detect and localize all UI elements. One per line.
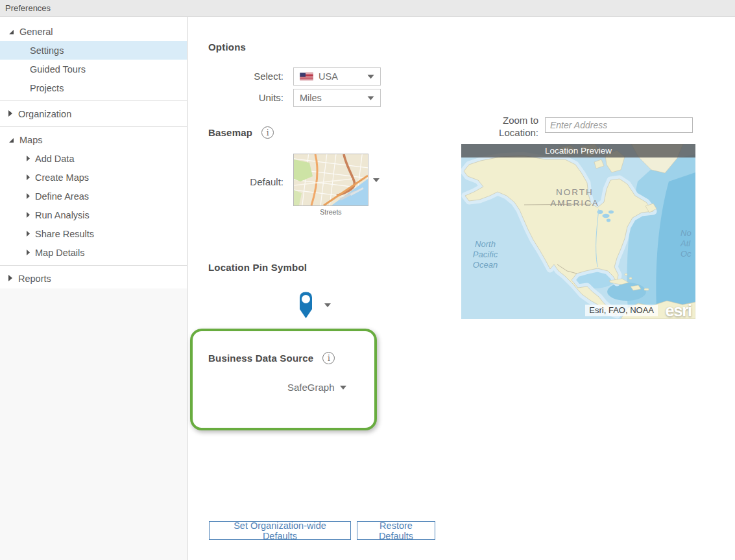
info-icon[interactable]: i <box>322 352 335 364</box>
sidebar-item-guided-tours[interactable]: Guided Tours <box>0 60 187 78</box>
usa-flag-icon <box>300 73 313 80</box>
restore-defaults-button[interactable]: Restore Defaults <box>357 521 435 540</box>
country-select-dropdown[interactable]: USA <box>293 67 381 86</box>
basemap-thumbnail[interactable] <box>293 154 368 206</box>
sidebar-section-label: General <box>19 27 53 37</box>
business-data-source-heading: Business Data Source <box>208 353 313 364</box>
caret-collapsed-icon[interactable] <box>26 174 30 181</box>
map-label-ocean-left-line1: North <box>464 239 507 250</box>
select-label: Select: <box>214 71 283 82</box>
sidebar-section-general[interactable]: General <box>0 22 187 41</box>
esri-logo: esri <box>666 301 692 319</box>
sidebar-divider <box>0 126 187 127</box>
basemap-chevron-down-icon[interactable] <box>372 178 380 183</box>
caret-collapsed-icon[interactable] <box>26 193 30 200</box>
business-data-source-value: SafeGraph <box>287 382 335 393</box>
location-preview-map[interactable]: Location Preview <box>461 144 695 319</box>
location-preview-title: Location Preview <box>461 144 695 158</box>
sidebar-item-label: Guided Tours <box>30 64 86 75</box>
sidebar-item-add-data[interactable]: Add Data <box>0 149 187 168</box>
caret-collapsed-icon[interactable] <box>26 212 30 218</box>
pin-chevron-down-icon[interactable] <box>324 303 331 308</box>
map-label-continent-line1: NORTH <box>539 187 610 198</box>
caret-collapsed-icon[interactable] <box>26 231 30 237</box>
location-pin-heading: Location Pin Symbol <box>208 262 307 273</box>
map-label-ocean-right-line1: No <box>681 228 695 239</box>
sidebar-item-map-details[interactable]: Map Details <box>0 243 187 262</box>
country-select-value: USA <box>319 71 362 82</box>
sidebar-section-reports[interactable]: Reports <box>0 269 187 288</box>
chevron-down-icon <box>367 75 374 79</box>
sidebar-section-label: Maps <box>19 135 42 145</box>
basemap-thumbnail-caption: Streets <box>293 208 368 216</box>
address-input[interactable] <box>545 117 693 133</box>
caret-collapsed-icon[interactable] <box>8 110 13 117</box>
business-data-source-dropdown[interactable]: SafeGraph <box>287 382 347 393</box>
sidebar-empty-area <box>0 288 187 560</box>
sidebar-section-organization[interactable]: Organization <box>0 104 187 123</box>
info-icon[interactable]: i <box>261 126 274 139</box>
sidebar-divider <box>0 100 187 101</box>
preferences-page: Preferences General Settings Guided Tour… <box>0 0 735 560</box>
caret-collapsed-icon[interactable] <box>8 275 13 282</box>
sidebar-section-label: Organization <box>18 109 71 119</box>
sidebar-section-maps[interactable]: Maps <box>0 130 187 149</box>
units-label: Units: <box>214 92 283 103</box>
caret-expanded-icon[interactable] <box>8 137 14 143</box>
map-label-ocean-right-line3: Oc <box>681 249 695 259</box>
sidebar-item-run-analysis[interactable]: Run Analysis <box>0 205 187 224</box>
zoom-to-location-label-line1: Zoom to <box>480 114 538 126</box>
sidebar-item-define-areas[interactable]: Define Areas <box>0 187 187 205</box>
chevron-down-icon <box>367 96 374 100</box>
sidebar-item-share-results[interactable]: Share Results <box>0 224 187 243</box>
map-label-continent-line2: AMERICA <box>539 198 610 209</box>
sidebar-item-create-maps[interactable]: Create Maps <box>0 168 187 187</box>
map-label-ocean-right-line2: Atl <box>681 239 695 249</box>
sidebar-divider <box>0 265 187 266</box>
basemap-heading: Basemap <box>208 127 252 138</box>
sidebar-item-label: Define Areas <box>35 191 89 202</box>
sidebar-item-label: Settings <box>30 45 64 56</box>
sidebar-item-label: Run Analysis <box>35 210 90 220</box>
sidebar-item-label: Projects <box>30 83 64 93</box>
map-label-ocean-left-line3: Ocean <box>464 260 507 270</box>
set-organization-defaults-button[interactable]: Set Organization-wide Defaults <box>209 521 351 540</box>
caret-collapsed-icon[interactable] <box>26 156 30 162</box>
business-data-source-highlight <box>190 329 377 430</box>
page-title: Preferences <box>0 0 735 17</box>
units-select-value: Miles <box>300 93 362 103</box>
sidebar-section-label: Reports <box>18 274 51 284</box>
world-map-graphic <box>461 144 695 319</box>
caret-expanded-icon[interactable] <box>8 29 14 35</box>
sidebar-item-projects[interactable]: Projects <box>0 78 187 97</box>
options-heading: Options <box>208 41 246 52</box>
sidebar-item-label: Map Details <box>35 248 85 258</box>
sidebar-item-label: Create Maps <box>35 172 89 183</box>
zoom-to-location-label-line2: Location: <box>480 126 538 139</box>
sidebar-item-settings[interactable]: Settings <box>0 41 187 60</box>
map-label-ocean-left-line2: Pacific <box>464 250 507 260</box>
units-select-dropdown[interactable]: Miles <box>293 89 381 107</box>
sidebar-item-label: Add Data <box>35 154 74 164</box>
preferences-nav-sidebar: General Settings Guided Tours Projects O… <box>0 17 187 560</box>
map-attribution: Esri, FAO, NOAA <box>585 305 658 316</box>
caret-collapsed-icon[interactable] <box>26 250 30 256</box>
basemap-default-label: Default: <box>214 176 283 187</box>
chevron-down-icon <box>339 385 347 390</box>
sidebar-item-label: Share Results <box>35 229 94 239</box>
map-pin-icon[interactable] <box>297 290 315 320</box>
